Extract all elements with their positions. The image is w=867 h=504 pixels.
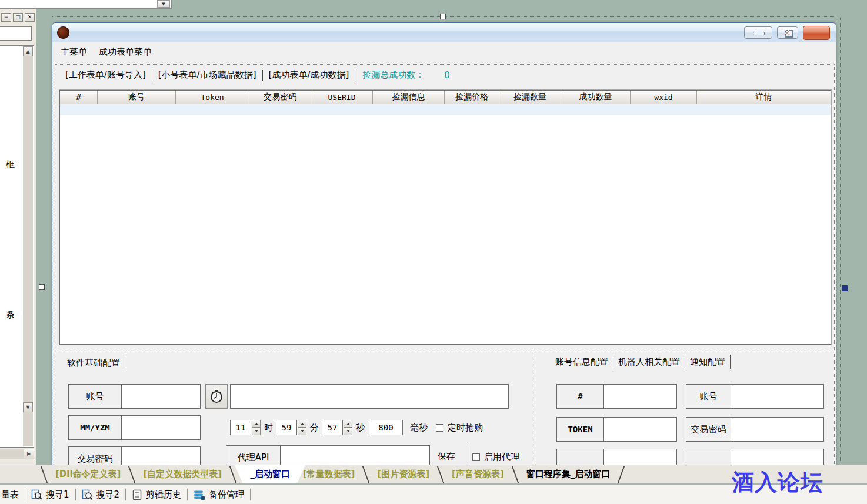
statusbar-item-search1[interactable]: 搜寻1 (25, 489, 75, 500)
clipped-field-input[interactable] (604, 449, 676, 465)
column-header[interactable]: 详情 (697, 91, 831, 104)
panel-restore-icon[interactable]: □ (13, 13, 23, 22)
ide-top-combobox[interactable]: ▼ (0, 0, 172, 9)
timer-clock-button[interactable] (205, 384, 228, 409)
document-icon (132, 489, 142, 500)
right-trade-password-input[interactable] (731, 418, 823, 441)
panel-menu-icon[interactable]: ≡ (1, 13, 11, 22)
tab-alt-accounts[interactable]: [小号表单/市场藏品数据] (154, 69, 261, 81)
tab-robot-config[interactable]: 机器人相关配置 (613, 356, 685, 368)
timed-purchase-label: 定时抢购 (448, 422, 483, 433)
column-header[interactable]: # (60, 91, 98, 104)
success-counter-label: 捡漏总成功数： (362, 69, 424, 81)
resize-handle-right[interactable] (842, 285, 848, 291)
second-stepper[interactable] (344, 420, 352, 435)
millisecond-unit-label: 毫秒 (410, 422, 428, 433)
scroll-down-icon[interactable]: ▼ (23, 402, 33, 412)
statusbar-item-backup-manager[interactable]: 备份管理 (188, 489, 250, 500)
proxy-api-field: 代理API (226, 445, 430, 465)
num-field: # (556, 384, 677, 409)
main-wide-input[interactable] (230, 384, 509, 409)
tab-image-resources[interactable]: [图片资源表] (374, 465, 433, 483)
component-listbox[interactable]: 框 条 ▲ ▼ (0, 45, 34, 448)
mmyzm-input[interactable] (122, 416, 200, 439)
scroll-up-icon[interactable]: ▲ (23, 46, 33, 56)
vertical-scrollbar[interactable]: ▲ ▼ (23, 46, 33, 446)
column-header[interactable]: wxid (631, 91, 697, 104)
list-item[interactable]: 框 (0, 159, 15, 170)
tab-account-info-config[interactable]: 账号信息配置 (551, 356, 613, 368)
chevron-down-icon[interactable]: ▼ (157, 0, 170, 8)
hour-stepper[interactable] (252, 420, 261, 435)
minute-stepper[interactable] (298, 420, 306, 435)
tab-dll-commands[interactable]: [Dll命令定义表] (52, 465, 124, 483)
timed-purchase-checkbox[interactable] (436, 424, 443, 432)
resize-handle-left[interactable] (39, 284, 45, 290)
column-header[interactable]: Token (176, 91, 249, 104)
clipped-field-label (557, 449, 604, 465)
clipped-field (686, 449, 824, 465)
horizontal-scrollbar[interactable]: ▶ (0, 449, 34, 459)
statusbar-item-label: 搜寻1 (46, 489, 69, 500)
second-input[interactable] (322, 420, 343, 435)
panel-close-icon[interactable]: ✕ (25, 13, 35, 22)
success-counter-value: 0 (444, 70, 450, 81)
column-header[interactable]: 捡漏价格 (445, 91, 499, 104)
column-header[interactable]: 捡漏数量 (499, 91, 561, 104)
selection-dots-right (840, 18, 841, 463)
group-software-config: 软件基础配置 (67, 356, 126, 370)
accounts-table[interactable]: # 账号 Token 交易密码 USERID 捡漏信息 捡漏价格 捡漏数量 成功… (59, 90, 831, 345)
tab-window-program-set[interactable]: 窗口程序集_启动窗口 (523, 465, 614, 483)
designer-dotted-line (55, 349, 835, 349)
hour-input[interactable] (230, 420, 251, 435)
tab-startup-window[interactable]: _启动窗口 (235, 465, 305, 483)
right-trade-password-field: 交易密码 (686, 417, 824, 442)
right-account-input[interactable] (731, 385, 823, 408)
statusbar-item-variable-table[interactable]: 量表 (0, 489, 25, 500)
column-header[interactable]: 成功数量 (561, 91, 631, 104)
tab-constants[interactable]: [常量数据表] (299, 465, 359, 483)
statusbar-item-label: 备份管理 (209, 489, 244, 500)
num-input[interactable] (604, 385, 676, 408)
column-header[interactable]: 账号 (98, 91, 176, 104)
account-input[interactable] (122, 385, 200, 408)
minute-unit-label: 分 (310, 422, 319, 433)
app-icon (57, 26, 69, 39)
token-input[interactable] (604, 418, 676, 441)
table-row[interactable] (60, 104, 831, 115)
statusbar-item-search2[interactable]: 搜寻2 (76, 489, 126, 500)
tab-notify-config[interactable]: 通知配置 (685, 356, 730, 368)
tab-work-form[interactable]: [工作表单/账号导入] (61, 69, 151, 81)
column-header[interactable]: USERID (311, 91, 373, 104)
tab-sound-resources[interactable]: [声音资源表] (448, 465, 508, 483)
clipped-field-input[interactable] (731, 449, 823, 465)
enable-proxy-checkbox[interactable] (472, 453, 480, 461)
enable-proxy-label: 启用代理 (484, 452, 519, 463)
column-header[interactable]: 捡漏信息 (373, 91, 445, 104)
trade-password-label: 交易密码 (69, 447, 122, 465)
statusbar-item-clip-history[interactable]: 剪辑历史 (126, 489, 187, 500)
column-header[interactable]: 交易密码 (249, 91, 311, 104)
save-button[interactable]: 保存 (438, 451, 455, 462)
scroll-right-icon[interactable]: ▶ (24, 449, 34, 459)
list-item[interactable]: 条 (0, 309, 15, 321)
forum-watermark: 酒入论坛 (732, 468, 823, 498)
toolbox-filter-combobox[interactable] (0, 26, 32, 41)
group-title-label[interactable]: 软件基础配置 (67, 358, 120, 369)
window-titlebar[interactable] (52, 23, 836, 42)
minute-input[interactable] (276, 420, 297, 435)
tab-success-form[interactable]: [成功表单/成功数据] (264, 69, 354, 81)
proxy-api-input[interactable] (281, 446, 429, 465)
menu-item-main[interactable]: 主菜单 (61, 46, 87, 58)
millisecond-input[interactable] (369, 420, 403, 435)
resize-handle-top[interactable] (440, 14, 446, 19)
close-button[interactable] (803, 26, 830, 40)
backup-icon (194, 489, 205, 500)
clipped-field-label (686, 449, 731, 465)
tab-custom-datatypes[interactable]: [自定义数据类型表] (139, 465, 225, 483)
statusbar-item-label: 剪辑历史 (146, 489, 181, 500)
trade-password-field: 交易密码 (68, 446, 201, 465)
second-unit-label: 秒 (356, 422, 365, 433)
trade-password-input[interactable] (122, 447, 200, 465)
menu-item-success-form[interactable]: 成功表单菜单 (99, 46, 152, 58)
